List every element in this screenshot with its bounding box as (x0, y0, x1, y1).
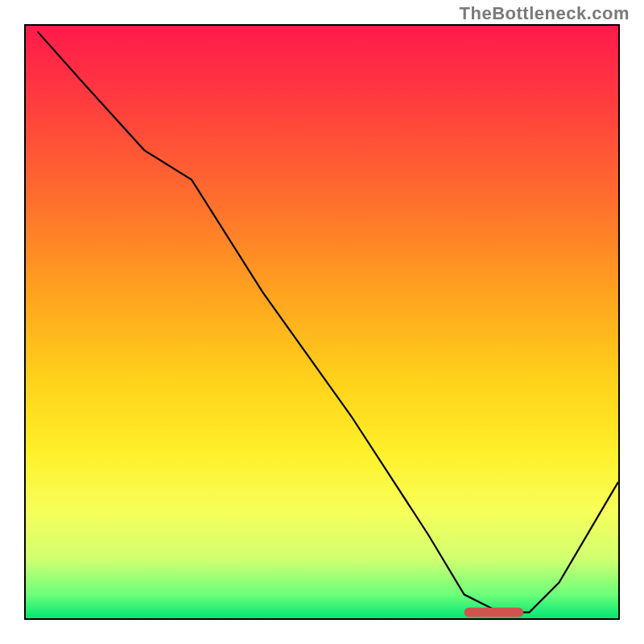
watermark-text: TheBottleneck.com (460, 3, 630, 24)
optimal-range-marker (464, 608, 524, 617)
chart-svg (26, 26, 618, 618)
bottleneck-curve (38, 31, 618, 612)
chart-container: TheBottleneck.com (0, 0, 644, 644)
plot-area (24, 24, 620, 620)
